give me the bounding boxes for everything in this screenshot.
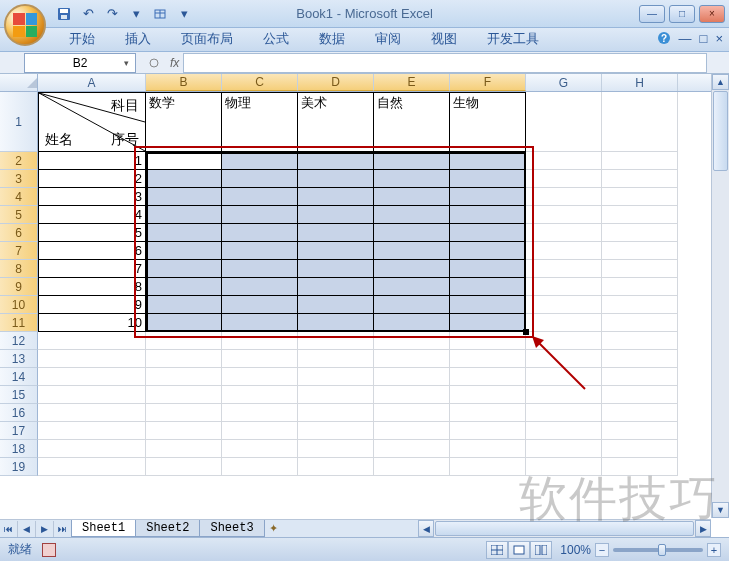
row-header-12[interactable]: 12 (0, 332, 38, 350)
sheet-nav-prev[interactable]: ◀ (18, 521, 36, 537)
cell[interactable] (374, 350, 450, 368)
cell[interactable] (298, 152, 374, 170)
cell[interactable] (602, 422, 678, 440)
row-header-7[interactable]: 7 (0, 242, 38, 260)
maximize-button[interactable]: □ (669, 5, 695, 23)
cell[interactable] (374, 260, 450, 278)
cell[interactable] (526, 314, 602, 332)
cell[interactable] (374, 314, 450, 332)
row-header-11[interactable]: 11 (0, 314, 38, 332)
row-header-19[interactable]: 19 (0, 458, 38, 476)
cell[interactable] (298, 422, 374, 440)
horizontal-scrollbar[interactable]: ◀ ▶ (418, 519, 711, 537)
cell[interactable] (146, 368, 222, 386)
name-box-dropdown-icon[interactable]: ▾ (119, 56, 133, 70)
cell[interactable] (450, 152, 526, 170)
quick-print-button[interactable] (150, 4, 170, 24)
cell[interactable] (602, 350, 678, 368)
sheet-nav-next[interactable]: ▶ (36, 521, 54, 537)
cell[interactable] (374, 368, 450, 386)
cell[interactable] (450, 422, 526, 440)
cell[interactable] (602, 278, 678, 296)
cell[interactable]: 8 (38, 278, 146, 296)
col-header-E[interactable]: E (374, 74, 450, 91)
cell[interactable] (222, 260, 298, 278)
cell[interactable] (526, 206, 602, 224)
cell[interactable] (602, 386, 678, 404)
cell[interactable] (298, 206, 374, 224)
cell[interactable] (450, 296, 526, 314)
cell[interactable] (374, 188, 450, 206)
cell[interactable] (374, 422, 450, 440)
tab-insert[interactable]: 插入 (110, 26, 166, 51)
cell[interactable] (146, 332, 222, 350)
cell[interactable] (526, 224, 602, 242)
tab-data[interactable]: 数据 (304, 26, 360, 51)
cell[interactable] (526, 458, 602, 476)
view-normal-button[interactable] (486, 541, 508, 559)
cell[interactable] (222, 188, 298, 206)
cell[interactable] (222, 458, 298, 476)
cell[interactable] (298, 224, 374, 242)
cell[interactable] (298, 332, 374, 350)
cell[interactable] (602, 170, 678, 188)
cell[interactable] (450, 368, 526, 386)
row-header-5[interactable]: 5 (0, 206, 38, 224)
cell[interactable] (602, 314, 678, 332)
cell[interactable] (374, 404, 450, 422)
cell[interactable] (526, 260, 602, 278)
cell[interactable]: 数学 (146, 92, 222, 152)
cell[interactable] (374, 224, 450, 242)
zoom-in-button[interactable]: + (707, 543, 721, 557)
formula-bar-input[interactable] (183, 53, 707, 73)
scroll-left-button[interactable]: ◀ (418, 520, 434, 537)
cell[interactable] (298, 440, 374, 458)
cell[interactable] (450, 260, 526, 278)
cell[interactable] (602, 368, 678, 386)
cell[interactable]: 4 (38, 206, 146, 224)
cell[interactable] (526, 422, 602, 440)
cell[interactable] (222, 206, 298, 224)
sheet-tab-2[interactable]: Sheet2 (135, 520, 200, 537)
cell[interactable] (450, 224, 526, 242)
cell[interactable] (450, 440, 526, 458)
cell[interactable] (146, 440, 222, 458)
sheet-nav-last[interactable]: ⏭ (54, 521, 72, 537)
tab-view[interactable]: 视图 (416, 26, 472, 51)
cell[interactable]: 10 (38, 314, 146, 332)
cell[interactable] (146, 386, 222, 404)
vertical-scrollbar[interactable]: ▲ ▼ (711, 74, 729, 518)
cell[interactable] (222, 314, 298, 332)
col-header-F[interactable]: F (450, 74, 526, 91)
cell[interactable] (526, 386, 602, 404)
undo-button[interactable]: ↶ (78, 4, 98, 24)
row-header-15[interactable]: 15 (0, 386, 38, 404)
name-box[interactable]: B2 ▾ (24, 53, 136, 73)
save-button[interactable] (54, 4, 74, 24)
cell[interactable]: 5 (38, 224, 146, 242)
cell[interactable] (450, 206, 526, 224)
cell[interactable] (374, 242, 450, 260)
cell[interactable] (146, 404, 222, 422)
cell[interactable] (374, 386, 450, 404)
cell[interactable] (298, 278, 374, 296)
cell[interactable] (374, 206, 450, 224)
cell[interactable] (526, 404, 602, 422)
cell[interactable] (298, 188, 374, 206)
cell[interactable] (146, 422, 222, 440)
cell[interactable] (222, 404, 298, 422)
macro-record-button[interactable] (42, 543, 56, 557)
cell[interactable] (450, 242, 526, 260)
col-header-A[interactable]: A (38, 74, 146, 91)
cell[interactable] (38, 440, 146, 458)
cell[interactable] (526, 278, 602, 296)
cell[interactable] (222, 296, 298, 314)
cell[interactable]: 生物 (450, 92, 526, 152)
cell[interactable] (526, 188, 602, 206)
help-button[interactable]: ? (657, 31, 671, 48)
sheet-tab-3[interactable]: Sheet3 (199, 520, 264, 537)
cell[interactable]: 6 (38, 242, 146, 260)
cell[interactable] (374, 296, 450, 314)
col-header-B[interactable]: B (146, 74, 222, 91)
cell[interactable] (298, 170, 374, 188)
